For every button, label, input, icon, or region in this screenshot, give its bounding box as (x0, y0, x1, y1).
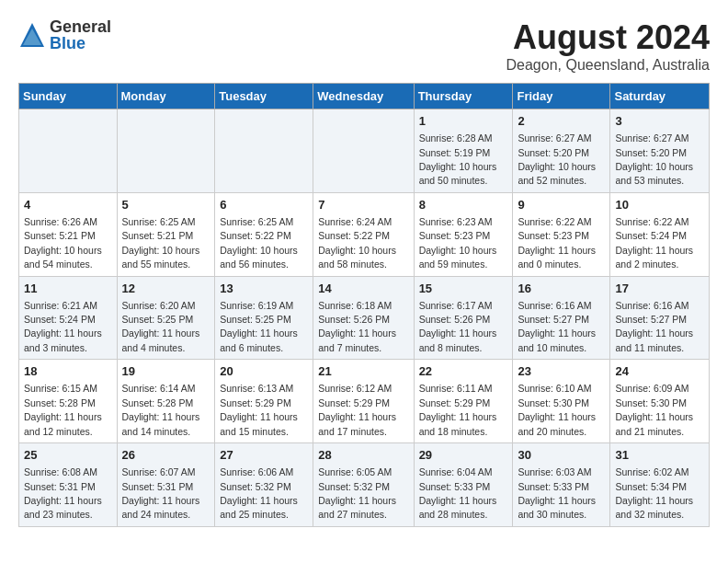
calendar-week-2: 11Sunrise: 6:21 AM Sunset: 5:24 PM Dayli… (19, 276, 710, 360)
day-number: 4 (24, 197, 112, 213)
day-number: 9 (518, 197, 605, 213)
day-number: 18 (24, 363, 112, 380)
day-info: Sunrise: 6:09 AM Sunset: 5:30 PM Dayligh… (615, 383, 693, 436)
calendar-week-0: 1Sunrise: 6:28 AM Sunset: 5:19 PM Daylig… (19, 109, 710, 193)
calendar-body: 1Sunrise: 6:28 AM Sunset: 5:19 PM Daylig… (19, 109, 710, 527)
day-number: 25 (24, 447, 112, 464)
day-number: 21 (318, 363, 408, 380)
calendar-cell: 14Sunrise: 6:18 AM Sunset: 5:26 PM Dayli… (313, 276, 414, 360)
calendar-cell: 27Sunrise: 6:06 AM Sunset: 5:32 PM Dayli… (215, 443, 313, 527)
calendar-cell: 8Sunrise: 6:23 AM Sunset: 5:23 PM Daylig… (414, 192, 513, 276)
calendar-cell: 12Sunrise: 6:20 AM Sunset: 5:25 PM Dayli… (117, 276, 215, 360)
day-number: 23 (518, 363, 605, 380)
day-info: Sunrise: 6:11 AM Sunset: 5:29 PM Dayligh… (419, 383, 497, 436)
day-number: 30 (518, 447, 605, 464)
calendar-cell: 31Sunrise: 6:02 AM Sunset: 5:34 PM Dayli… (610, 443, 710, 527)
calendar-cell (19, 109, 118, 193)
day-info: Sunrise: 6:08 AM Sunset: 5:31 PM Dayligh… (24, 466, 102, 520)
title-block: August 2024 Deagon, Queensland, Australi… (506, 18, 710, 74)
day-info: Sunrise: 6:20 AM Sunset: 5:25 PM Dayligh… (122, 300, 200, 353)
day-number: 11 (24, 281, 112, 297)
day-info: Sunrise: 6:04 AM Sunset: 5:33 PM Dayligh… (419, 466, 497, 520)
calendar-cell: 2Sunrise: 6:27 AM Sunset: 5:20 PM Daylig… (513, 109, 610, 193)
calendar-table: SundayMondayTuesdayWednesdayThursdayFrid… (18, 83, 710, 527)
day-info: Sunrise: 6:12 AM Sunset: 5:29 PM Dayligh… (318, 383, 396, 436)
day-info: Sunrise: 6:03 AM Sunset: 5:33 PM Dayligh… (518, 466, 596, 520)
day-number: 8 (419, 197, 508, 213)
calendar-cell: 22Sunrise: 6:11 AM Sunset: 5:29 PM Dayli… (414, 360, 513, 443)
day-info: Sunrise: 6:25 AM Sunset: 5:22 PM Dayligh… (220, 216, 298, 270)
calendar-header: SundayMondayTuesdayWednesdayThursdayFrid… (19, 84, 710, 109)
day-number: 16 (518, 281, 605, 297)
calendar-cell (117, 109, 215, 193)
day-info: Sunrise: 6:17 AM Sunset: 5:26 PM Dayligh… (419, 300, 497, 353)
calendar-week-3: 18Sunrise: 6:15 AM Sunset: 5:28 PM Dayli… (19, 360, 710, 443)
calendar-week-1: 4Sunrise: 6:26 AM Sunset: 5:21 PM Daylig… (19, 192, 710, 276)
calendar-cell (313, 109, 414, 193)
day-info: Sunrise: 6:25 AM Sunset: 5:21 PM Dayligh… (122, 216, 200, 270)
header-monday: Monday (117, 84, 215, 109)
day-number: 28 (318, 447, 408, 464)
day-number: 1 (419, 113, 508, 130)
calendar-cell: 10Sunrise: 6:22 AM Sunset: 5:24 PM Dayli… (610, 192, 710, 276)
header-sunday: Sunday (19, 84, 118, 109)
logo-blue: Blue (50, 35, 111, 52)
calendar-cell: 17Sunrise: 6:16 AM Sunset: 5:27 PM Dayli… (610, 276, 710, 360)
day-number: 3 (615, 113, 704, 130)
calendar-cell: 16Sunrise: 6:16 AM Sunset: 5:27 PM Dayli… (513, 276, 610, 360)
calendar-cell: 1Sunrise: 6:28 AM Sunset: 5:19 PM Daylig… (414, 109, 513, 193)
day-info: Sunrise: 6:19 AM Sunset: 5:25 PM Dayligh… (220, 300, 298, 353)
day-info: Sunrise: 6:18 AM Sunset: 5:26 PM Dayligh… (318, 300, 396, 353)
day-number: 22 (419, 363, 508, 380)
day-info: Sunrise: 6:16 AM Sunset: 5:27 PM Dayligh… (518, 300, 596, 353)
day-info: Sunrise: 6:22 AM Sunset: 5:24 PM Dayligh… (615, 216, 693, 270)
day-number: 20 (220, 363, 308, 380)
day-number: 5 (122, 197, 210, 213)
day-info: Sunrise: 6:14 AM Sunset: 5:28 PM Dayligh… (122, 383, 200, 436)
day-info: Sunrise: 6:23 AM Sunset: 5:23 PM Dayligh… (419, 216, 497, 270)
calendar-cell: 20Sunrise: 6:13 AM Sunset: 5:29 PM Dayli… (215, 360, 313, 443)
logo: General Blue (18, 18, 111, 52)
day-info: Sunrise: 6:24 AM Sunset: 5:22 PM Dayligh… (318, 216, 396, 270)
calendar-cell: 25Sunrise: 6:08 AM Sunset: 5:31 PM Dayli… (19, 443, 118, 527)
main-title: August 2024 (506, 18, 710, 57)
header-thursday: Thursday (414, 84, 513, 109)
day-number: 19 (122, 363, 210, 380)
calendar-cell: 21Sunrise: 6:12 AM Sunset: 5:29 PM Dayli… (313, 360, 414, 443)
day-number: 26 (122, 447, 210, 464)
subtitle: Deagon, Queensland, Australia (506, 57, 710, 74)
day-info: Sunrise: 6:13 AM Sunset: 5:29 PM Dayligh… (220, 383, 298, 436)
day-info: Sunrise: 6:22 AM Sunset: 5:23 PM Dayligh… (518, 216, 596, 270)
header-saturday: Saturday (610, 84, 710, 109)
calendar-cell: 18Sunrise: 6:15 AM Sunset: 5:28 PM Dayli… (19, 360, 118, 443)
day-info: Sunrise: 6:28 AM Sunset: 5:19 PM Dayligh… (419, 132, 497, 186)
day-number: 7 (318, 197, 408, 213)
day-number: 27 (220, 447, 308, 464)
calendar-cell: 30Sunrise: 6:03 AM Sunset: 5:33 PM Dayli… (513, 443, 610, 527)
day-number: 10 (615, 197, 704, 213)
logo-general: General (50, 18, 111, 35)
generalblue-logo-icon (18, 21, 46, 49)
calendar-cell: 5Sunrise: 6:25 AM Sunset: 5:21 PM Daylig… (117, 192, 215, 276)
calendar-cell: 4Sunrise: 6:26 AM Sunset: 5:21 PM Daylig… (19, 192, 118, 276)
day-number: 31 (615, 447, 704, 464)
day-number: 2 (518, 113, 605, 130)
day-number: 15 (419, 281, 508, 297)
day-info: Sunrise: 6:21 AM Sunset: 5:24 PM Dayligh… (24, 300, 102, 353)
day-info: Sunrise: 6:27 AM Sunset: 5:20 PM Dayligh… (615, 132, 693, 186)
day-info: Sunrise: 6:10 AM Sunset: 5:30 PM Dayligh… (518, 383, 596, 436)
logo-text: General Blue (50, 18, 111, 52)
calendar-cell: 7Sunrise: 6:24 AM Sunset: 5:22 PM Daylig… (313, 192, 414, 276)
day-number: 6 (220, 197, 308, 213)
page-header: General Blue August 2024 Deagon, Queensl… (18, 18, 710, 74)
calendar-cell: 11Sunrise: 6:21 AM Sunset: 5:24 PM Dayli… (19, 276, 118, 360)
calendar-cell: 23Sunrise: 6:10 AM Sunset: 5:30 PM Dayli… (513, 360, 610, 443)
day-info: Sunrise: 6:05 AM Sunset: 5:32 PM Dayligh… (318, 466, 396, 520)
header-row: SundayMondayTuesdayWednesdayThursdayFrid… (19, 84, 710, 109)
calendar-cell: 29Sunrise: 6:04 AM Sunset: 5:33 PM Dayli… (414, 443, 513, 527)
header-tuesday: Tuesday (215, 84, 313, 109)
header-wednesday: Wednesday (313, 84, 414, 109)
calendar-cell: 15Sunrise: 6:17 AM Sunset: 5:26 PM Dayli… (414, 276, 513, 360)
calendar-cell: 9Sunrise: 6:22 AM Sunset: 5:23 PM Daylig… (513, 192, 610, 276)
day-info: Sunrise: 6:27 AM Sunset: 5:20 PM Dayligh… (518, 132, 596, 186)
